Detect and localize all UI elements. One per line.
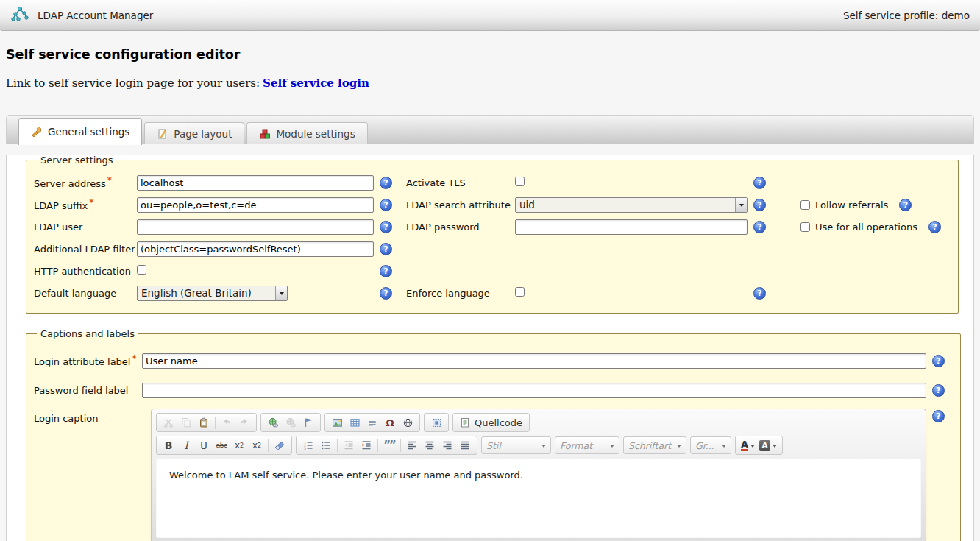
tab-module-settings[interactable]: Module settings bbox=[246, 122, 367, 144]
server-settings-legend: Server settings bbox=[37, 155, 117, 166]
help-icon[interactable]: ? bbox=[380, 265, 392, 277]
help-icon[interactable]: ? bbox=[899, 199, 912, 211]
special-char-icon[interactable]: Ω bbox=[381, 414, 399, 431]
align-right-icon[interactable] bbox=[438, 437, 456, 453]
ldap-password-label: LDAP password bbox=[406, 222, 515, 233]
align-left-icon[interactable] bbox=[403, 437, 421, 453]
italic-icon[interactable]: I bbox=[177, 437, 195, 453]
format-combo[interactable]: Format bbox=[555, 436, 619, 454]
editor-content[interactable]: Welcome to LAM self service. Please ente… bbox=[156, 459, 921, 538]
help-icon[interactable]: ? bbox=[932, 355, 945, 367]
table-icon[interactable] bbox=[346, 414, 363, 431]
help-icon[interactable]: ? bbox=[753, 221, 766, 233]
form-row: LDAP suffix* ? LDAP search attribute uid… bbox=[34, 194, 958, 216]
form-row: Default language English (Great Britain)… bbox=[34, 282, 958, 304]
subscript-icon[interactable]: x2 bbox=[230, 437, 248, 453]
login-attribute-label-input[interactable] bbox=[142, 353, 926, 369]
bg-color-icon[interactable]: A bbox=[757, 440, 779, 451]
ldap-suffix-input[interactable] bbox=[137, 197, 374, 213]
bulleted-list-icon[interactable] bbox=[317, 437, 335, 453]
copy-icon[interactable] bbox=[177, 414, 195, 431]
redo-icon[interactable] bbox=[235, 414, 253, 431]
follow-referrals-label: Follow referrals bbox=[815, 199, 888, 211]
chevron-down-icon bbox=[735, 198, 747, 212]
help-icon[interactable]: ? bbox=[928, 221, 941, 233]
wrench-icon bbox=[31, 126, 43, 138]
page-edit-icon bbox=[157, 128, 168, 140]
help-icon[interactable]: ? bbox=[380, 199, 392, 211]
anchor-flag-icon[interactable] bbox=[299, 414, 317, 431]
tab-page-layout[interactable]: Page layout bbox=[144, 122, 244, 144]
form-row: Additional LDAP filter ? bbox=[34, 238, 958, 260]
ldap-search-attribute-select[interactable]: uid bbox=[515, 197, 748, 213]
help-icon[interactable]: ? bbox=[932, 410, 945, 422]
form-row: Password field label ? bbox=[34, 379, 960, 401]
app-title: LDAP Account Manager bbox=[38, 10, 153, 21]
server-address-label: Server address* bbox=[34, 175, 137, 189]
source-button[interactable]: Quellcode bbox=[452, 413, 530, 432]
underline-icon[interactable]: U bbox=[195, 437, 213, 453]
enforce-language-checkbox[interactable] bbox=[515, 287, 525, 297]
activate-tls-checkbox[interactable] bbox=[515, 177, 525, 186]
form-row: Server address* ? Activate TLS ? bbox=[34, 172, 958, 194]
tab-label: General settings bbox=[48, 126, 129, 138]
bold-icon[interactable]: B bbox=[160, 437, 177, 453]
default-language-select[interactable]: English (Great Britain) bbox=[137, 286, 288, 301]
follow-referrals-option: Follow referrals ? bbox=[780, 199, 958, 211]
size-combo[interactable]: Gr... bbox=[690, 436, 731, 454]
use-for-all-operations-option: Use for all operations ? bbox=[780, 221, 958, 233]
password-field-label-input[interactable] bbox=[142, 383, 926, 398]
tab-general-settings[interactable]: General settings bbox=[18, 118, 142, 145]
indent-icon[interactable] bbox=[358, 437, 375, 453]
use-for-all-operations-label: Use for all operations bbox=[815, 222, 917, 233]
required-marker: * bbox=[132, 353, 136, 364]
self-service-login-link[interactable]: Self service login bbox=[263, 77, 369, 90]
login-caption-label: Login caption bbox=[34, 409, 142, 424]
horizontal-rule-icon[interactable] bbox=[363, 414, 381, 431]
help-icon[interactable]: ? bbox=[932, 384, 945, 397]
use-for-all-operations-checkbox[interactable] bbox=[800, 222, 810, 232]
captions-and-labels-fieldset: Captions and labels Login attribute labe… bbox=[26, 328, 961, 541]
remove-format-icon[interactable] bbox=[271, 437, 288, 453]
chevron-down-icon bbox=[275, 286, 287, 300]
http-authentication-checkbox[interactable] bbox=[137, 265, 146, 275]
text-color-icon[interactable]: A bbox=[739, 439, 757, 451]
globe-icon[interactable] bbox=[399, 414, 416, 431]
editor-toolbar-row2: B I U abc x2 x2 123 bbox=[156, 436, 921, 455]
follow-referrals-checkbox[interactable] bbox=[800, 200, 810, 210]
help-icon[interactable]: ? bbox=[753, 287, 766, 300]
additional-ldap-filter-input[interactable] bbox=[137, 241, 374, 257]
help-icon[interactable]: ? bbox=[380, 287, 392, 300]
header-bar: LDAP Account Manager Self service profil… bbox=[0, 0, 980, 31]
form-row: Login attribute label* ? bbox=[34, 350, 960, 372]
server-address-input[interactable] bbox=[137, 175, 374, 191]
link-icon[interactable] bbox=[264, 414, 282, 431]
help-icon[interactable]: ? bbox=[380, 177, 392, 189]
ldap-password-input[interactable] bbox=[515, 219, 748, 235]
styles-combo[interactable]: Stil bbox=[481, 436, 551, 454]
unlink-icon[interactable] bbox=[282, 414, 299, 431]
align-justify-icon[interactable] bbox=[456, 437, 474, 453]
maximize-icon[interactable] bbox=[427, 414, 445, 431]
paste-icon[interactable] bbox=[195, 414, 213, 431]
cut-icon[interactable] bbox=[160, 414, 177, 431]
numbered-list-icon[interactable]: 123 bbox=[299, 437, 317, 453]
strikethrough-icon[interactable]: abc bbox=[213, 437, 230, 453]
font-combo[interactable]: Schriftart bbox=[623, 436, 686, 454]
help-icon[interactable]: ? bbox=[380, 243, 392, 255]
superscript-icon[interactable]: x2 bbox=[248, 437, 266, 453]
align-center-icon[interactable] bbox=[421, 437, 438, 453]
form-row: Login caption bbox=[34, 409, 960, 541]
ldap-user-input[interactable] bbox=[137, 219, 374, 235]
outdent-icon[interactable] bbox=[340, 437, 358, 453]
help-icon[interactable]: ? bbox=[380, 221, 392, 233]
help-icon[interactable]: ? bbox=[753, 199, 766, 211]
blockquote-icon[interactable]: ”” bbox=[380, 437, 398, 453]
undo-icon[interactable] bbox=[218, 414, 235, 431]
tab-label: Page layout bbox=[174, 128, 232, 140]
modules-icon bbox=[259, 128, 271, 140]
additional-ldap-filter-label: Additional LDAP filter bbox=[34, 244, 137, 255]
image-icon[interactable] bbox=[328, 414, 346, 431]
help-icon[interactable]: ? bbox=[753, 177, 766, 189]
login-link-intro: Link to self service login page for your… bbox=[6, 77, 260, 90]
